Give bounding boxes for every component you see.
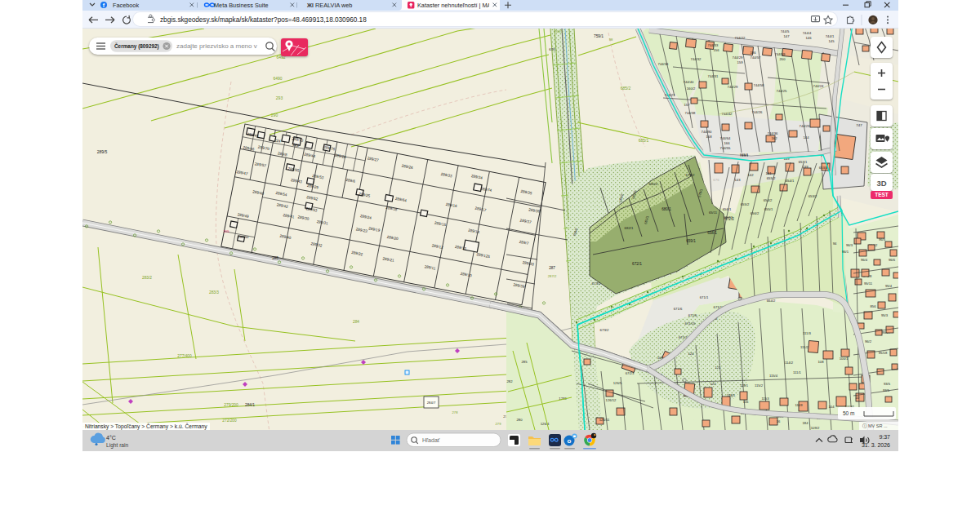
svg-text:671/1: 671/1 bbox=[700, 295, 709, 299]
svg-text:116: 116 bbox=[743, 400, 749, 404]
svg-text:126/4: 126/4 bbox=[541, 422, 550, 426]
svg-text:200: 200 bbox=[780, 57, 786, 61]
svg-text:111/1: 111/1 bbox=[793, 370, 802, 374]
svg-text:118/1: 118/1 bbox=[727, 393, 736, 397]
svg-text:6490: 6490 bbox=[273, 76, 282, 81]
svg-text:96/2: 96/2 bbox=[865, 339, 872, 343]
svg-text:282: 282 bbox=[507, 379, 514, 383]
svg-text:744/31: 744/31 bbox=[708, 74, 719, 78]
svg-text:682/1: 682/1 bbox=[625, 226, 635, 230]
svg-text:168: 168 bbox=[706, 135, 713, 139]
svg-text:673/2: 673/2 bbox=[600, 328, 610, 332]
svg-text:277/400: 277/400 bbox=[177, 354, 192, 358]
svg-text:744/5: 744/5 bbox=[781, 29, 790, 33]
svg-text:96/6: 96/6 bbox=[889, 258, 896, 262]
svg-text:759/1: 759/1 bbox=[594, 34, 604, 38]
svg-text:162: 162 bbox=[772, 136, 778, 140]
svg-text:671/6: 671/6 bbox=[674, 307, 683, 311]
svg-text:Čermany (809292): Čermany (809292) bbox=[114, 42, 159, 50]
svg-text:96/4: 96/4 bbox=[861, 258, 868, 262]
svg-text:744/23: 744/23 bbox=[800, 124, 810, 128]
svg-text:1109: 1109 bbox=[795, 403, 803, 407]
svg-text:671/5: 671/5 bbox=[688, 313, 697, 317]
svg-text:744/58: 744/58 bbox=[754, 83, 764, 87]
svg-text:685/2: 685/2 bbox=[621, 86, 631, 91]
svg-text:126/12: 126/12 bbox=[606, 398, 617, 402]
svg-text:Hľadať: Hľadať bbox=[422, 437, 440, 443]
svg-text:50 m: 50 m bbox=[843, 410, 854, 416]
svg-text:655/2: 655/2 bbox=[767, 176, 776, 180]
svg-text:283/3: 283/3 bbox=[209, 290, 219, 295]
svg-text:147: 147 bbox=[784, 34, 791, 38]
svg-text:653/1: 653/1 bbox=[799, 160, 808, 164]
svg-text:744/27: 744/27 bbox=[665, 93, 675, 97]
svg-text:9:37: 9:37 bbox=[879, 434, 890, 440]
svg-text:656/1: 656/1 bbox=[723, 207, 732, 211]
svg-text:143: 143 bbox=[735, 178, 742, 182]
svg-text:287/2: 287/2 bbox=[548, 274, 557, 278]
svg-text:95/4: 95/4 bbox=[885, 284, 893, 288]
svg-text:671/15: 671/15 bbox=[685, 321, 696, 326]
svg-text:744/57: 744/57 bbox=[751, 55, 761, 60]
svg-text:744/59: 744/59 bbox=[775, 52, 786, 56]
svg-text:o: o bbox=[568, 437, 572, 445]
svg-text:1153: 1153 bbox=[761, 397, 769, 401]
svg-text:279/200: 279/200 bbox=[224, 403, 238, 407]
svg-text:157: 157 bbox=[684, 103, 691, 107]
svg-text:zbgis.skgeodesy.sk/mapka/sk/ka: zbgis.skgeodesy.sk/mapka/sk/kataster?pos… bbox=[160, 16, 367, 24]
svg-text:67/23: 67/23 bbox=[626, 371, 635, 375]
svg-text:744/29: 744/29 bbox=[728, 85, 738, 89]
svg-text:145: 145 bbox=[829, 39, 835, 43]
svg-text:31. 3. 2026: 31. 3. 2026 bbox=[862, 442, 890, 448]
svg-text:22: 22 bbox=[856, 396, 860, 400]
svg-text:zadajte priezvisko a meno v: zadajte priezvisko a meno v bbox=[176, 42, 257, 50]
svg-text:287: 287 bbox=[549, 266, 555, 270]
svg-text:95/3: 95/3 bbox=[881, 313, 889, 317]
svg-text:744/22: 744/22 bbox=[735, 36, 746, 40]
svg-text:141: 141 bbox=[766, 171, 773, 175]
svg-text:659/1: 659/1 bbox=[686, 239, 696, 243]
svg-text:290: 290 bbox=[271, 113, 278, 117]
svg-text:685/1: 685/1 bbox=[639, 138, 649, 143]
svg-text:166: 166 bbox=[724, 141, 731, 145]
svg-text:744/25: 744/25 bbox=[777, 89, 787, 93]
svg-text:655/1: 655/1 bbox=[764, 207, 773, 211]
svg-text:139: 139 bbox=[803, 165, 809, 169]
svg-text:285: 285 bbox=[522, 360, 528, 364]
svg-text:680/1: 680/1 bbox=[662, 207, 671, 211]
svg-text:656/2: 656/2 bbox=[751, 211, 760, 215]
svg-text:278: 278 bbox=[452, 410, 459, 414]
svg-text:680/2: 680/2 bbox=[649, 182, 659, 186]
svg-text:65/11: 65/11 bbox=[709, 210, 718, 215]
svg-text:119/1: 119/1 bbox=[740, 383, 749, 388]
svg-text:284/1: 284/1 bbox=[245, 403, 255, 407]
svg-text:94: 94 bbox=[833, 241, 837, 246]
svg-text:293: 293 bbox=[276, 95, 283, 100]
svg-text:96/3: 96/3 bbox=[846, 243, 853, 247]
svg-text:Light rain: Light rain bbox=[106, 442, 128, 449]
svg-text:744/26: 744/26 bbox=[752, 110, 763, 114]
svg-text:126/11: 126/11 bbox=[599, 418, 610, 422]
svg-text:768/1: 768/1 bbox=[555, 29, 564, 33]
svg-text:111/2: 111/2 bbox=[800, 345, 809, 349]
svg-text:121: 121 bbox=[715, 366, 722, 370]
svg-text:122: 122 bbox=[710, 382, 717, 386]
svg-text:745/1: 745/1 bbox=[740, 153, 749, 157]
svg-text:856: 856 bbox=[871, 304, 877, 308]
svg-text:156: 156 bbox=[714, 48, 720, 52]
svg-text:289/50: 289/50 bbox=[238, 235, 249, 239]
svg-text:744/1: 744/1 bbox=[826, 34, 835, 38]
svg-text:144: 144 bbox=[804, 135, 810, 140]
svg-text:744/33: 744/33 bbox=[708, 43, 719, 47]
svg-text:744/40: 744/40 bbox=[684, 80, 694, 84]
svg-text:159: 159 bbox=[737, 60, 744, 64]
svg-text:744/4: 744/4 bbox=[803, 31, 812, 35]
svg-text:95/18: 95/18 bbox=[879, 351, 888, 355]
svg-text:272/200: 272/200 bbox=[222, 419, 237, 423]
svg-text:3D: 3D bbox=[876, 179, 886, 188]
svg-text:658/1: 658/1 bbox=[707, 231, 717, 235]
svg-text:285: 285 bbox=[272, 256, 278, 260]
svg-text:672/1: 672/1 bbox=[632, 262, 642, 266]
svg-text:747: 747 bbox=[856, 123, 862, 127]
svg-text:283/2: 283/2 bbox=[142, 276, 152, 280]
